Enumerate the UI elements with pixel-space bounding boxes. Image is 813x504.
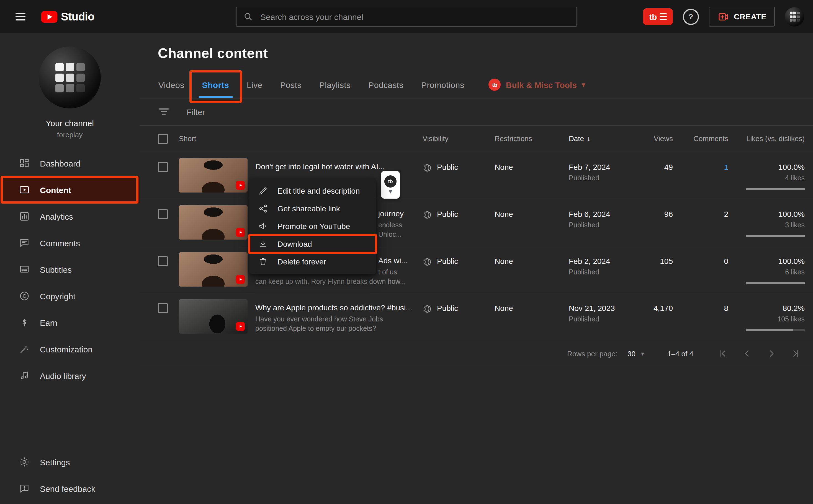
sidebar-item-audio-library[interactable]: Audio library [0,362,139,389]
menu-item-label: Promote on YouTube [278,222,350,231]
last-page-button[interactable] [791,349,801,358]
sidebar-item-settings[interactable]: Settings [0,449,139,475]
header-visibility[interactable]: Visibility [423,134,494,143]
menu-item-download[interactable]: Download [249,235,376,253]
sidebar-item-content[interactable]: Content [0,176,139,203]
dashboard-icon [19,158,30,169]
menu-icon[interactable] [12,9,29,24]
header-restrictions[interactable]: Restrictions [494,134,569,143]
row-checkbox[interactable] [158,256,168,266]
table-row[interactable]: Why are Apple products so addictive? #bu… [139,293,813,340]
brand-text: Studio [61,10,94,23]
sidebar-item-send-feedback[interactable]: Send feedback [0,475,139,502]
previous-page-button[interactable] [742,349,752,358]
channel-header: Your channel foreplay [0,33,139,139]
row-checkbox[interactable] [158,303,168,313]
likes-bar [746,329,805,331]
menu-item-edit-title[interactable]: Edit title and description [249,182,376,200]
sidebar-item-subtitles[interactable]: Subtitles [0,256,139,283]
sidebar-nav: Dashboard Content Analytics Comments Sub… [0,150,139,389]
tab-videos[interactable]: Videos [149,71,193,98]
tab-shorts[interactable]: Shorts [193,71,238,98]
tab-playlists[interactable]: Playlists [310,71,360,98]
header-likes[interactable]: Likes (vs. dislikes) [728,134,805,143]
tab-label: Playlists [319,80,351,89]
pagination-range: 1–4 of 4 [667,349,693,358]
create-button[interactable]: CREATE [709,7,775,27]
tubebuddy-toolbar-button[interactable]: tb [643,8,673,25]
header-views[interactable]: Views [640,134,673,143]
nav-label: Audio library [40,371,86,380]
views-cell: 49 [640,152,673,199]
sidebar-item-earn[interactable]: Earn [0,309,139,336]
tab-live[interactable]: Live [238,71,271,98]
video-description: can keep up with. Rory Flynn breaks down… [255,277,417,287]
shorts-badge-icon [236,275,245,284]
content-tabs: Videos Shorts Live Posts Playlists Podca… [139,71,813,98]
visibility-cell[interactable]: Public [423,293,494,340]
nav-label: Copyright [40,291,75,301]
date-value: Feb 2, 2024 [569,257,640,266]
menu-item-promote[interactable]: Promote on YouTube [249,217,376,235]
account-avatar[interactable] [785,7,804,26]
channel-avatar[interactable] [39,46,101,108]
date-value: Nov 21, 2023 [569,304,640,313]
next-page-button[interactable] [767,349,776,358]
globe-icon [423,210,432,220]
video-description: positioned Apple to empty our pockets? [255,324,417,334]
comments-cell: 8 [673,293,728,340]
nav-label: Subtitles [40,265,72,274]
table-row[interactable]: Don't get into legal hot water with AI..… [139,152,813,199]
video-thumbnail[interactable] [179,205,248,240]
avatar-grid-pattern [789,12,799,22]
header-short[interactable]: Short [179,134,423,143]
tab-podcasts[interactable]: Podcasts [359,71,412,98]
menu-item-get-shareable-link[interactable]: Get shareable link [249,200,376,217]
share-icon [258,204,268,214]
menu-item-delete-forever[interactable]: Delete forever [249,253,376,271]
search-input[interactable] [259,11,570,22]
filter-bar[interactable]: Filter [139,98,813,126]
visibility-cell[interactable]: Public [423,152,494,199]
visibility-cell[interactable]: Public [423,246,494,293]
feedback-icon [19,483,30,494]
table-row[interactable]: journey endless Unloc... Public None Feb… [139,199,813,246]
video-title[interactable]: Don't get into legal hot water with AI..… [255,162,417,172]
tubebuddy-icon: tb [489,79,501,91]
select-all-checkbox[interactable] [158,134,168,144]
help-icon[interactable]: ? [683,9,699,25]
tab-label: Podcasts [368,80,403,89]
row-checkbox[interactable] [158,209,168,219]
tab-posts[interactable]: Posts [271,71,310,98]
bulk-misc-tools-menu[interactable]: tb Bulk & Misc Tools ▾ [489,79,585,91]
content-icon [19,184,30,195]
video-thumbnail[interactable] [179,158,248,193]
sidebar-item-comments[interactable]: Comments [0,230,139,256]
nav-label: Earn [40,318,57,327]
video-title[interactable]: Why are Apple products so addictive? #bu… [255,303,417,313]
create-label: CREATE [734,12,767,21]
header-date[interactable]: Date ↓ [569,134,640,143]
video-description: Have you ever wondered how Steve Jobs [255,315,417,324]
comments-cell[interactable]: 1 [673,152,728,199]
rows-per-page-select[interactable]: 30 ▾ [628,349,644,358]
sidebar-item-dashboard[interactable]: Dashboard [0,150,139,176]
topbar-actions: tb ? CREATE [643,7,804,27]
tubebuddy-overlay[interactable]: tb ▾ [381,171,400,199]
nav-label: Send feedback [40,484,95,493]
table-row[interactable]: Ads wi... t of us can keep up with. Rory… [139,246,813,293]
row-checkbox[interactable] [158,162,168,172]
visibility-cell[interactable]: Public [423,199,494,246]
sidebar-item-copyright[interactable]: Copyright [0,283,139,309]
video-thumbnail[interactable] [179,299,248,334]
sidebar-item-customization[interactable]: Customization [0,336,139,362]
header-comments[interactable]: Comments [673,134,728,143]
first-page-button[interactable] [718,349,728,358]
video-thumbnail[interactable] [179,252,248,287]
filter-label: Filter [186,107,205,116]
studio-logo[interactable]: Studio [41,10,94,23]
tab-promotions[interactable]: Promotions [412,71,473,98]
menu-item-label: Delete forever [278,257,326,266]
rows-per-page-value: 30 [628,349,636,358]
sidebar-item-analytics[interactable]: Analytics [0,203,139,230]
